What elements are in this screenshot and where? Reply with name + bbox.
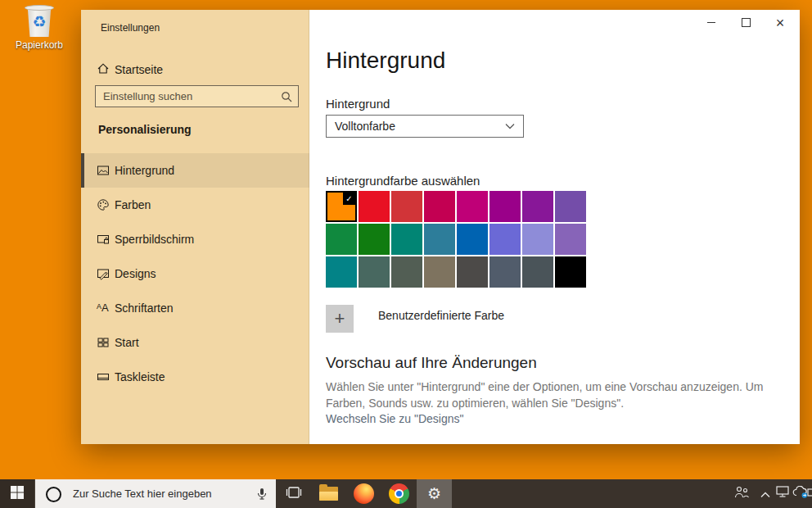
- sidebar-item-label: Hintergrund: [115, 164, 174, 177]
- color-swatch-grid: ✓ ✓ ✓ ✓ ✓: [326, 191, 586, 288]
- settings-window: Einstellungen Startseite Personalisierun…: [81, 10, 800, 444]
- fonts-icon: ᴬA: [97, 302, 109, 314]
- color-swatch[interactable]: ✓: [555, 256, 586, 288]
- sidebar-home-label: Startseite: [115, 63, 163, 76]
- page-title: Hintergrund: [326, 48, 445, 74]
- settings-content: × Hintergrund Hintergrund Volltonfarbe H…: [309, 10, 800, 444]
- close-button[interactable]: ×: [763, 10, 797, 35]
- sidebar-item-label: Farben: [115, 198, 151, 211]
- color-swatch[interactable]: ✓: [424, 256, 455, 288]
- go-to-designs-link[interactable]: Wechseln Sie zu "Designs": [326, 412, 463, 425]
- recycle-symbol-icon: ♻: [25, 11, 54, 33]
- recycle-bin-label: Papierkorb: [11, 39, 67, 51]
- taskbar-search-input[interactable]: [73, 479, 245, 508]
- color-swatch[interactable]: ✓: [326, 191, 357, 222]
- file-explorer-icon: [319, 487, 338, 501]
- search-icon[interactable]: [281, 91, 292, 106]
- color-swatch[interactable]: ✓: [555, 191, 586, 222]
- chrome-button[interactable]: [381, 479, 417, 508]
- sidebar-item-home[interactable]: Startseite: [81, 57, 309, 82]
- color-swatch[interactable]: ✓: [326, 224, 357, 255]
- custom-color-button[interactable]: + Benutzerdefinierte Farbe: [326, 305, 504, 333]
- custom-color-label: Benutzerdefinierte Farbe: [378, 309, 504, 322]
- minimize-button[interactable]: [694, 10, 729, 35]
- taskbar-rect-icon: [97, 370, 110, 387]
- palette-icon: [97, 198, 110, 215]
- color-swatch[interactable]: ✓: [522, 191, 553, 222]
- preview-description: Wählen Sie unter "Hintergrund" eine der …: [326, 379, 774, 411]
- maximize-button[interactable]: [729, 10, 763, 35]
- sidebar-item-taskleiste[interactable]: Taskleiste: [81, 360, 309, 394]
- background-dropdown-label: Hintergrund: [326, 97, 390, 111]
- sidebar-item-hintergrund[interactable]: Hintergrund: [81, 153, 309, 188]
- settings-search-box: [95, 85, 299, 107]
- image-icon: [97, 164, 110, 180]
- people-icon: [734, 486, 750, 501]
- home-icon: [97, 62, 110, 79]
- file-explorer-button[interactable]: [311, 479, 346, 508]
- tray-overflow-button[interactable]: [758, 479, 773, 508]
- people-tray-button[interactable]: [731, 479, 752, 508]
- color-swatch[interactable]: ✓: [457, 224, 488, 255]
- sidebar-item-label: Designs: [115, 267, 156, 280]
- color-swatch[interactable]: ✓: [424, 224, 455, 255]
- color-swatch[interactable]: ✓: [522, 224, 553, 255]
- settings-sidebar: Einstellungen Startseite Personalisierun…: [81, 10, 309, 444]
- color-swatch[interactable]: ✓: [391, 191, 422, 222]
- microphone-icon[interactable]: [256, 488, 268, 504]
- sidebar-item-label: Sperrbildschirm: [115, 233, 194, 246]
- chevron-up-icon: [760, 487, 770, 501]
- sidebar-item-sperrbildschirm[interactable]: Sperrbildschirm: [81, 222, 309, 256]
- color-swatch[interactable]: ✓: [424, 191, 455, 222]
- firefox-icon: [354, 483, 374, 504]
- color-swatch[interactable]: ✓: [457, 191, 488, 222]
- color-swatch[interactable]: ✓: [359, 191, 390, 222]
- color-swatch[interactable]: ✓: [489, 256, 521, 288]
- chevron-down-icon: [505, 123, 523, 129]
- preview-heading: Vorschau auf Ihre Änderungen: [326, 354, 537, 372]
- settings-search-input[interactable]: [96, 86, 285, 107]
- close-icon: ×: [776, 16, 785, 30]
- sidebar-item-designs[interactable]: Designs: [81, 256, 309, 291]
- color-swatch[interactable]: ✓: [489, 224, 521, 255]
- color-swatch[interactable]: ✓: [391, 256, 422, 288]
- taskbar: ⚙: [0, 479, 812, 508]
- sidebar-item-label: Schriftarten: [115, 302, 174, 315]
- task-view-icon: [285, 485, 303, 503]
- plus-icon: +: [326, 305, 354, 333]
- cortana-icon[interactable]: [46, 487, 61, 502]
- sidebar-section-heading: Personalisierung: [98, 123, 192, 136]
- minimize-icon: [707, 22, 715, 23]
- sidebar-item-start[interactable]: Start: [81, 325, 309, 360]
- color-swatch[interactable]: ✓: [359, 256, 390, 288]
- window-title: Einstellungen: [101, 22, 160, 34]
- recycle-bin-rim: [25, 5, 54, 11]
- color-swatch[interactable]: ✓: [489, 191, 521, 222]
- color-swatch[interactable]: ✓: [391, 224, 422, 255]
- clipped-tray-icon[interactable]: [809, 479, 812, 508]
- window-caption-buttons: ×: [694, 10, 797, 35]
- background-type-dropdown[interactable]: Volltonfarbe: [326, 115, 524, 138]
- color-picker-label: Hintergrundfarbe auswählen: [326, 174, 480, 188]
- recycle-bin-icon: ♻: [25, 5, 54, 38]
- gear-icon: ⚙: [427, 486, 441, 501]
- dropdown-selected-value: Volltonfarbe: [327, 120, 505, 133]
- task-view-button[interactable]: [276, 479, 311, 508]
- sidebar-nav: Hintergrund Farben Sperrbildschirm: [81, 153, 309, 394]
- recycle-bin-desktop-icon[interactable]: ♻ Papierkorb: [11, 5, 67, 51]
- start-button[interactable]: [0, 479, 34, 508]
- color-swatch[interactable]: ✓: [326, 256, 357, 288]
- color-swatch[interactable]: ✓: [522, 256, 553, 288]
- taskbar-search-box: [34, 479, 276, 508]
- sidebar-item-schriftarten[interactable]: ᴬA Schriftarten: [81, 291, 309, 325]
- settings-app-button[interactable]: ⚙: [417, 479, 452, 508]
- firefox-button[interactable]: [346, 479, 381, 508]
- sidebar-item-farben[interactable]: Farben: [81, 188, 309, 222]
- color-swatch[interactable]: ✓: [359, 224, 390, 255]
- color-swatch[interactable]: ✓: [457, 256, 488, 288]
- windows-logo-icon: [11, 486, 24, 502]
- sidebar-item-label: Start: [115, 336, 139, 349]
- color-swatch[interactable]: ✓: [555, 224, 586, 255]
- theme-pen-icon: [97, 267, 110, 283]
- network-icon: [776, 486, 791, 501]
